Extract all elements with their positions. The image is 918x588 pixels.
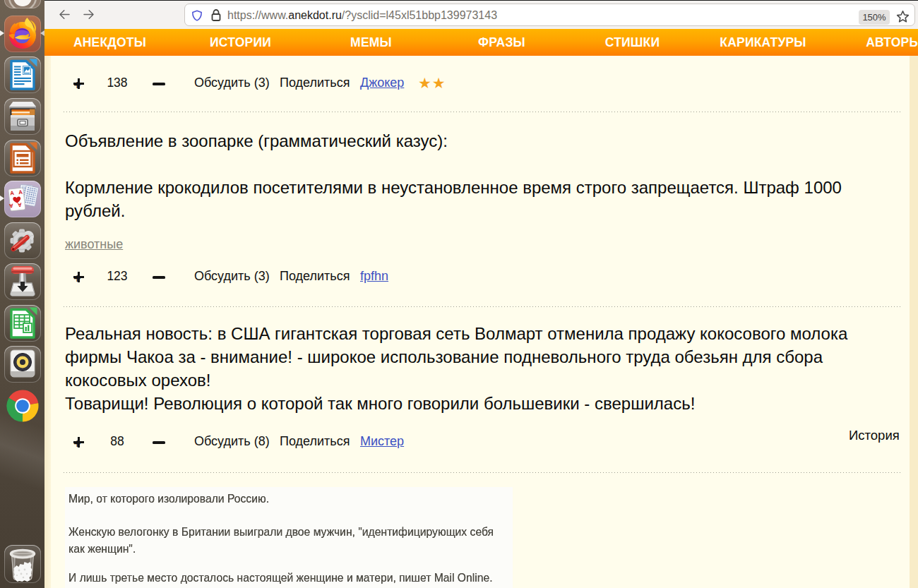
svg-text:A: A [18,189,23,196]
svg-text:A: A [17,201,22,208]
svg-text:A: A [8,203,13,210]
svg-text:A: A [10,190,15,197]
